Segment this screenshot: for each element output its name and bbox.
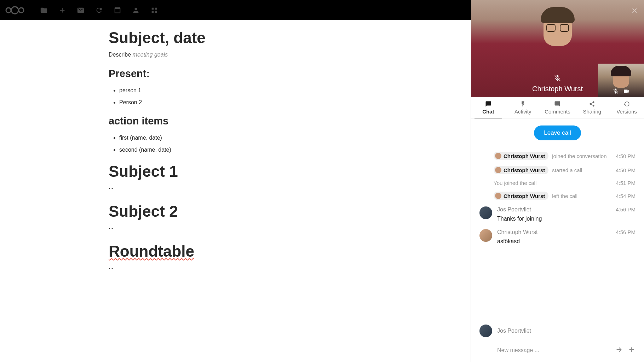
list-item[interactable]: first (name, date) [119,132,356,144]
avatar [495,193,501,199]
tab-comments[interactable]: Comments [540,97,575,118]
chat-event: Christoph Wurst left the call 4:54 PM [479,189,636,203]
chat-message-list: Christoph Wurst joined the conversation … [471,144,644,321]
chat-event: You joined the call 4:51 PM [479,177,636,189]
svg-point-1 [11,7,18,14]
chat-icon [485,101,491,107]
app-logo[interactable] [4,5,25,16]
deck-icon[interactable] [147,3,161,17]
plus-icon[interactable] [55,3,69,17]
contact-icon[interactable] [129,3,143,17]
svg-point-2 [19,8,24,13]
tab-sharing[interactable]: Sharing [575,97,609,118]
chat-event: Christoph Wurst started a call 4:50 PM [479,163,636,177]
mic-muted-icon [553,74,561,82]
avatar [479,325,492,337]
avatar [479,229,492,242]
subject2-body[interactable]: ... [109,224,356,230]
pip-mic-muted-icon[interactable] [613,88,619,94]
divider [109,196,356,196]
action-items-list[interactable]: first (name, date) second (name, date) [109,132,356,156]
roundtable-body[interactable]: ... [109,264,356,270]
avatar [495,167,501,173]
chat-message: Christoph Wurst 4:56 PM asfökasd [479,226,636,248]
mail-icon[interactable] [74,3,88,17]
close-video-icon[interactable]: ✕ [631,6,638,16]
leave-call-button[interactable]: Leave call [534,125,581,140]
doc-title[interactable]: Subject, date [109,29,356,47]
comments-icon [554,101,560,107]
list-item[interactable]: second (name, date) [119,144,356,156]
avatar [495,153,501,159]
message-input[interactable] [497,347,610,354]
roundtable-heading[interactable]: Roundtable [109,243,356,260]
sharing-icon [589,101,595,107]
calendar-icon[interactable] [110,3,125,17]
chat-message: Jos Poortvliet 4:56 PM Thanks for joinin… [479,203,636,226]
action-items-heading[interactable]: action items [109,115,356,127]
doc-subtitle[interactable]: Describe meeting goals [109,52,356,58]
document-editor[interactable]: Subject, date Describe meeting goals Pre… [0,20,471,362]
tab-chat[interactable]: Chat [471,97,506,118]
avatar [479,206,492,219]
right-sidebar: Christoph Wurst ✕ Chat Activity [471,20,644,362]
subject2-heading[interactable]: Subject 2 [109,203,356,220]
sidebar-tabs: Chat Activity Comments Sharing Versions [471,97,644,118]
subject1-body[interactable]: ... [109,184,356,190]
tab-activity[interactable]: Activity [506,97,540,118]
pip-camera-icon[interactable] [623,88,629,94]
chat-event: Christoph Wurst joined the conversation … [479,149,636,163]
present-list[interactable]: person 1 Person 2 [109,84,356,108]
subject1-heading[interactable]: Subject 1 [109,163,356,180]
add-icon[interactable] [628,346,636,355]
video-self-preview[interactable] [598,64,644,97]
compose-area: Jos Poortvliet [471,321,644,362]
list-item[interactable]: Person 2 [119,97,356,109]
tab-versions[interactable]: Versions [609,97,644,118]
activity-icon [520,101,526,107]
divider [109,236,356,236]
present-heading[interactable]: Present: [109,68,356,80]
versions-icon [623,101,630,107]
send-icon[interactable] [615,346,623,355]
files-icon[interactable] [37,3,51,17]
video-call-panel: Christoph Wurst ✕ [471,0,644,97]
svg-point-0 [6,8,11,13]
refresh-icon[interactable] [92,3,106,17]
list-item[interactable]: person 1 [119,84,356,97]
participant-name-overlay: Christoph Wurst [532,74,583,93]
